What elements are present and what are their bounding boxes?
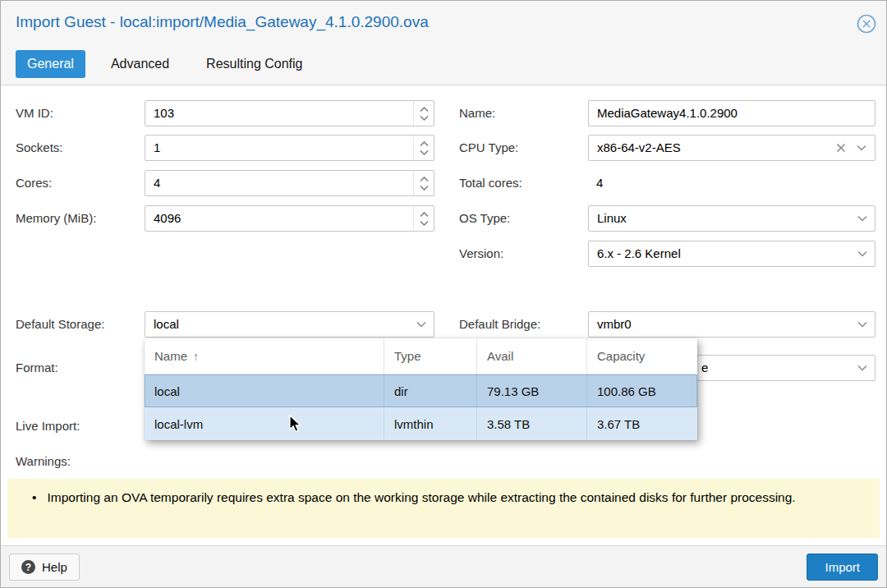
tab-general[interactable]: General <box>16 50 85 78</box>
cpu-type-label: CPU Type: <box>459 140 518 154</box>
vm-id-label: VM ID: <box>16 106 53 120</box>
total-cores-value: 4 <box>596 176 603 190</box>
warnings-label: Warnings: <box>16 454 71 468</box>
clear-x-icon[interactable] <box>836 143 846 153</box>
os-type-select[interactable]: Linux <box>588 205 876 232</box>
dialog-body: VM ID: Sockets: Cores: Memory (MiB): Def… <box>1 85 886 546</box>
storage-option-local[interactable]: local dir 79.13 GB 100.86 GB <box>145 374 697 407</box>
cell-avail: 79.13 GB <box>477 374 587 407</box>
dialog-footer: ? Help Import <box>1 545 886 587</box>
os-type-label: OS Type: <box>459 211 510 225</box>
column-header-avail[interactable]: Avail <box>477 338 587 374</box>
name-label: Name: <box>459 106 495 120</box>
column-header-capacity[interactable]: Capacity <box>587 338 697 374</box>
cell-type: dir <box>384 374 477 407</box>
chevron-down-icon[interactable] <box>857 321 867 328</box>
dialog-title: Import Guest - local:import/Media_Gatewa… <box>16 13 429 31</box>
tab-bar: General Advanced Resulting Config <box>16 50 315 78</box>
chevron-down-icon[interactable] <box>857 250 867 257</box>
warning-box: • Importing an OVA temporarily requires … <box>7 479 880 538</box>
cores-label: Cores: <box>16 176 52 190</box>
total-cores-label: Total cores: <box>459 176 522 190</box>
format-label: Format: <box>16 361 58 374</box>
version-label: Version: <box>459 246 503 260</box>
covered-select-visible-text: e <box>701 361 708 374</box>
memory-input[interactable]: 4096 <box>145 205 434 232</box>
cpu-type-value: x86-64-v2-AES <box>597 140 681 154</box>
spinner-arrows-icon[interactable] <box>413 206 434 231</box>
storage-dropdown-panel: Name ↑ Type Avail Capacity local dir 79.… <box>145 338 697 440</box>
cell-name: local <box>145 374 384 407</box>
cell-avail: 3.58 TB <box>477 407 587 440</box>
close-icon[interactable] <box>856 13 877 34</box>
sort-asc-icon: ↑ <box>193 350 199 363</box>
cell-capacity: 100.86 GB <box>587 374 697 407</box>
default-bridge-label: Default Bridge: <box>459 317 540 331</box>
memory-value: 4096 <box>154 211 181 225</box>
cell-capacity: 3.67 TB <box>587 407 697 440</box>
spinner-arrows-icon[interactable] <box>413 136 434 160</box>
sockets-label: Sockets: <box>16 140 63 154</box>
import-button[interactable]: Import <box>807 554 878 581</box>
chevron-down-icon[interactable] <box>857 145 866 151</box>
vm-id-value: 103 <box>154 106 174 120</box>
storage-dropdown-header: Name ↑ Type Avail Capacity <box>145 338 697 374</box>
spinner-arrows-icon[interactable] <box>413 171 434 195</box>
column-header-name-label: Name <box>154 349 187 363</box>
chevron-down-icon[interactable] <box>857 365 867 371</box>
chevron-down-icon[interactable] <box>416 321 426 328</box>
import-guest-dialog: Import Guest - local:import/Media_Gatewa… <box>0 0 887 588</box>
live-import-label: Live Import: <box>16 419 80 433</box>
spinner-arrows-icon[interactable] <box>413 101 434 126</box>
default-bridge-select[interactable]: vmbr0 <box>588 311 876 338</box>
tab-advanced[interactable]: Advanced <box>99 50 181 78</box>
version-value: 6.x - 2.6 Kernel <box>597 246 681 260</box>
bullet-icon: • <box>32 488 36 507</box>
chevron-down-icon[interactable] <box>857 215 867 222</box>
cpu-type-select[interactable]: x86-64-v2-AES <box>588 135 876 161</box>
default-bridge-value: vmbr0 <box>597 317 632 331</box>
default-storage-select[interactable]: local <box>145 311 434 338</box>
column-header-name[interactable]: Name ↑ <box>145 338 384 374</box>
cores-input[interactable]: 4 <box>145 170 434 196</box>
sockets-value: 1 <box>154 140 160 154</box>
vm-id-input[interactable]: 103 <box>145 100 434 126</box>
dialog-header: Import Guest - local:import/Media_Gatewa… <box>1 1 886 85</box>
column-header-type[interactable]: Type <box>384 338 477 374</box>
default-storage-label: Default Storage: <box>16 317 104 331</box>
sockets-input[interactable]: 1 <box>145 135 434 161</box>
name-input[interactable]: MediaGateway4.1.0.2900 <box>588 100 876 126</box>
help-button-label: Help <box>42 560 67 574</box>
cores-value: 4 <box>154 176 160 190</box>
default-storage-value: local <box>154 317 179 331</box>
help-button[interactable]: ? Help <box>9 554 80 581</box>
storage-option-local-lvm[interactable]: local-lvm lvmthin 3.58 TB 3.67 TB <box>145 407 697 440</box>
cell-name: local-lvm <box>145 407 384 440</box>
memory-label: Memory (MiB): <box>16 211 96 225</box>
cell-type: lvmthin <box>384 407 477 440</box>
os-type-value: Linux <box>597 211 627 225</box>
question-icon: ? <box>21 560 35 574</box>
warning-text: Importing an OVA temporarily requires ex… <box>47 488 795 507</box>
tab-resulting-config[interactable]: Resulting Config <box>195 50 314 78</box>
version-select[interactable]: 6.x - 2.6 Kernel <box>588 241 876 267</box>
name-value: MediaGateway4.1.0.2900 <box>597 106 738 120</box>
